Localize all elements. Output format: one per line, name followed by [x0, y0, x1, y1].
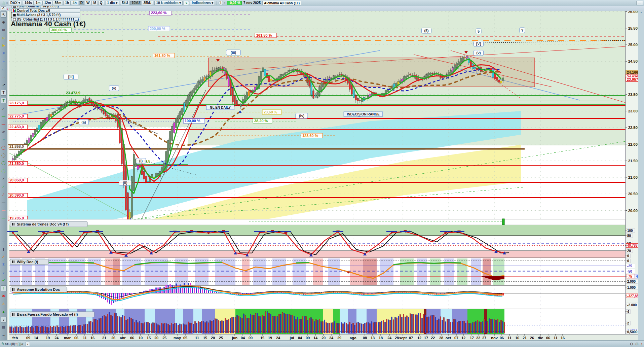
units-dropdown[interactable]: 10 k unidades ▾ — [154, 1, 183, 5]
zoom-in-icon[interactable]: ⊕ — [635, 342, 639, 346]
timeframe-button-1m[interactable]: 1m — [34, 1, 42, 5]
info-button[interactable]: i — [219, 1, 223, 5]
overlay-item-control-total[interactable]: Control Total Doc v.6 — [11, 8, 80, 13]
svg-text:-25: -25 — [627, 264, 632, 268]
svg-text:19: 19 — [46, 336, 50, 340]
arrow-up-icon[interactable]: ▲ — [1, 309, 7, 315]
hline-red-dot-icon[interactable]: ― — [1, 121, 7, 127]
line-red-icon[interactable]: ∕ — [1, 192, 7, 197]
line-navy-icon[interactable]: ― — [1, 239, 7, 244]
cursor-tool[interactable]: ↖ — [1, 12, 7, 18]
svg-text:21.858,0: 21.858,0 — [9, 144, 24, 148]
ellipse-lightgreen-icon[interactable]: ◯ — [1, 168, 7, 174]
svg-text:08: 08 — [363, 336, 367, 340]
scroll-left-button[interactable]: ‹ — [26, 342, 30, 346]
period-dropdown[interactable]: 1 día ▾ — [106, 1, 119, 5]
svg-text:-2.000: -2.000 — [627, 303, 637, 307]
timeframe-button-12m[interactable]: 12m — [42, 1, 52, 5]
timeframe-button-w[interactable]: W — [85, 1, 91, 5]
unit-button-10ku[interactable]: 10kU — [130, 1, 142, 5]
timeframe-button-144s[interactable]: 144s — [23, 1, 34, 5]
text-icon[interactable]: T — [1, 90, 7, 96]
share-icon[interactable]: ⋈ — [5, 342, 9, 346]
price-down-icon[interactable]: ↓ — [7, 7, 8, 10]
fib-projection-icon[interactable]: F — [1, 59, 7, 64]
panel-tab[interactable]: Barra Fuerza Fondo Mercado v4 (f) — [10, 312, 94, 317]
angle-icon[interactable]: ∠ — [1, 254, 7, 260]
svg-text:22.775,0: 22.775,0 — [9, 114, 24, 118]
back-fast-icon[interactable]: « — [21, 342, 24, 346]
instrument-selector[interactable]: DAX ▾ — [9, 1, 22, 5]
svg-text:09: 09 — [306, 336, 310, 340]
pattern-icon[interactable]: ≈ — [1, 137, 7, 143]
arrow-icon[interactable]: ↗ — [1, 82, 7, 88]
svg-text:mar: mar — [64, 336, 71, 340]
date-label: 7 nov 2025 — [243, 1, 261, 5]
line-lightblue-icon[interactable]: ― — [1, 231, 7, 237]
doc-export-icon[interactable]: ▦ — [1, 325, 7, 331]
timeframe-button-q[interactable]: Q — [98, 1, 104, 5]
zoom-area-icon[interactable]: ⊞ — [1, 28, 7, 33]
checkbox-icon[interactable] — [13, 18, 16, 21]
rect-blue-icon[interactable]: ▭ — [1, 67, 7, 72]
svg-text:20.390,0: 20.390,0 — [9, 193, 24, 197]
rect-red-icon[interactable]: ▭ — [1, 74, 7, 80]
sum-tool-icon[interactable]: Σ — [1, 262, 7, 268]
panel-tab[interactable]: Sistema de trenes Doc v4 (f f) — [10, 221, 87, 227]
overlay-item-ds-cotashist[interactable]: DS_CotasHist (1 t t t 3 1 1 t f f f f f … — [11, 17, 80, 22]
timeframe-button-56m[interactable]: 56m — [53, 1, 63, 5]
timeframe-button-4h[interactable]: 4h — [71, 1, 78, 5]
segment-icon[interactable]: ∕ — [1, 106, 7, 111]
ellipse-red-icon[interactable]: ◯ — [1, 145, 7, 150]
line-black-icon[interactable]: ∕ — [1, 176, 7, 182]
x-icon[interactable]: ✖ — [1, 293, 7, 299]
pan-icon[interactable]: ↕ — [641, 342, 643, 346]
divide-tool-icon[interactable]: ÷ — [1, 270, 7, 276]
zoom-out-icon[interactable]: ⊖ — [630, 342, 633, 346]
hline-green-dot-icon[interactable]: ― — [1, 113, 7, 119]
panel-tab[interactable]: Awesome Evolution Doc — [10, 287, 67, 292]
timeframe-button-d[interactable]: D — [79, 1, 84, 5]
hline-black-icon[interactable]: ― — [1, 200, 7, 205]
compare-icon[interactable]: ≡ — [15, 342, 17, 346]
panel-collapse-button[interactable]: ^ — [1, 6, 6, 11]
thumb-up-icon[interactable]: ↑ — [1, 285, 7, 291]
unit-button-35ku[interactable]: 35kU — [142, 1, 153, 5]
price-up-icon[interactable]: ↑ — [9, 7, 11, 10]
hline-pink-icon[interactable]: ― — [1, 207, 7, 213]
more-icon[interactable]: ⋯ — [1, 333, 7, 338]
zoom-icon[interactable]: ⊕ — [1, 20, 7, 25]
checkbox-icon[interactable] — [13, 14, 16, 16]
svg-text:07: 07 — [454, 336, 458, 340]
toolbar-grip[interactable]: ∷ — [6, 1, 8, 5]
ruler-icon[interactable]: ▰ — [1, 129, 7, 135]
alarm-add-icon[interactable]: ⚐ — [1, 35, 7, 41]
hline-darkgreen-icon[interactable]: ― — [1, 223, 7, 229]
svg-text:21.350,0: 21.350,0 — [9, 162, 24, 166]
unit-button-5ku[interactable]: 5kU — [120, 1, 129, 5]
panel-tab[interactable]: Willy Doc (t) — [10, 259, 48, 265]
right-scroll-strip[interactable]: ▲ — [638, 11, 644, 340]
document-icon[interactable]: ▤ — [11, 342, 15, 346]
svg-text:?: ? — [521, 28, 524, 32]
collapse-icon[interactable]: ∨ — [1, 317, 7, 322]
ellipse-green-icon[interactable]: ◯ — [1, 161, 7, 166]
timeframe-button-m[interactable]: M — [91, 1, 98, 5]
hline-brightgreen-icon[interactable]: ― — [1, 215, 7, 221]
warning-icon[interactable]: ⚠ — [1, 301, 7, 307]
text-bubble-icon[interactable]: T — [1, 98, 7, 104]
ellipse-brown-icon[interactable]: ◯ — [1, 152, 7, 158]
pencil-icon[interactable]: ✎ — [1, 342, 5, 346]
indicators-button[interactable]: Indicadores ▾ — [190, 1, 215, 5]
alarm-icon[interactable]: ⚑ — [1, 43, 7, 49]
chart-area[interactable]: 23.175,022.775,022.450,021.858,021.350,0… — [7, 11, 644, 340]
overlay-item-multi-avisos[interactable]: Multi Avisos (3 f 3 1,5 70 f f) — [11, 13, 80, 17]
fib-retracement-icon[interactable]: F — [1, 51, 7, 57]
svg-text:15: 15 — [260, 336, 264, 340]
vline-icon[interactable]: | — [1, 246, 7, 252]
line-green-icon[interactable]: ∕ — [1, 184, 7, 189]
timeframe-button-1h[interactable]: 1h — [63, 1, 71, 5]
minimize-button[interactable]: — — [636, 1, 643, 5]
save-icon[interactable]: ◫ — [17, 342, 21, 346]
check-icon[interactable]: ✔ — [1, 278, 7, 283]
